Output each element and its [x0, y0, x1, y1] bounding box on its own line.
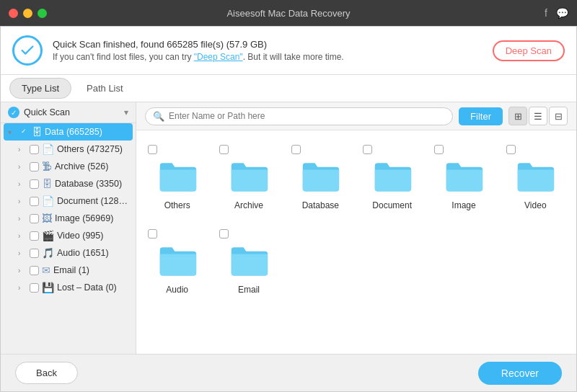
audio-icon: 🎵 — [42, 247, 54, 259]
scan-info-left: Quick Scan finished, found 665285 file(s… — [12, 35, 344, 66]
sidebar-item-document[interactable]: › 📄 Document (128518) — [1, 192, 136, 210]
folder-icon-archive — [229, 159, 269, 196]
file-row — [363, 145, 421, 154]
lost-icon: 💾 — [42, 282, 54, 293]
expand-arrow-image-icon: › — [18, 215, 27, 223]
sidebar-item-email-label: Email (1) — [53, 265, 128, 275]
maximize-button[interactable] — [38, 9, 47, 18]
sidebar-item-lost-label: Lost – Data (0) — [57, 282, 128, 293]
search-input[interactable] — [169, 111, 445, 121]
folder-icon-others — [157, 159, 198, 196]
list-item[interactable]: Document — [360, 139, 424, 216]
traffic-lights — [9, 9, 47, 18]
body-area: ✓ Quick Scan ▾ ▾ 🗄 Data (665285) › 📄 Oth… — [1, 102, 576, 354]
filter-button[interactable]: Filter — [459, 107, 503, 125]
file-checkbox-archive[interactable] — [219, 145, 229, 154]
sidebar-item-audio[interactable]: › 🎵 Audio (1651) — [1, 244, 136, 262]
item-checkbox-others[interactable] — [30, 145, 39, 154]
folder-icon-database — [300, 159, 340, 196]
list-item[interactable]: Video — [503, 139, 568, 216]
file-name-database: Database — [291, 200, 350, 210]
list-item[interactable]: Audio — [145, 223, 209, 300]
file-checkbox-image[interactable] — [434, 145, 444, 154]
file-row — [291, 145, 350, 154]
title-bar-icons: f 💬 — [545, 7, 568, 19]
sidebar-item-document-label: Document (128518) — [57, 196, 128, 206]
file-name-others: Others — [148, 200, 206, 210]
list-view-button[interactable]: ☰ — [529, 107, 547, 125]
list-item[interactable]: Email — [216, 223, 281, 300]
item-checkbox-document[interactable] — [30, 197, 39, 206]
sidebar-item-database-label: Database (3350) — [55, 179, 128, 189]
list-item[interactable]: Others — [145, 139, 209, 216]
tab-type-list[interactable]: Type List — [9, 78, 71, 99]
recover-button[interactable]: Recover — [478, 362, 562, 385]
quick-scan-check-icon: ✓ — [8, 107, 19, 118]
item-checkbox-email[interactable] — [30, 266, 39, 275]
item-checkbox-lost[interactable] — [30, 283, 39, 293]
list-item[interactable]: Image — [431, 139, 495, 216]
file-name-video: Video — [506, 200, 565, 210]
file-checkbox-others[interactable] — [148, 145, 157, 154]
quick-scan-row[interactable]: ✓ Quick Scan ▾ — [1, 102, 136, 123]
app-title: Aiseesoft Mac Data Recovery — [226, 8, 350, 19]
deep-scan-button[interactable]: Deep Scan — [493, 40, 565, 61]
item-checkbox-database[interactable] — [30, 179, 39, 189]
item-checkbox-video[interactable] — [30, 231, 39, 241]
sidebar-item-archive-label: Archive (526) — [55, 161, 128, 172]
expand-arrow-video-icon: › — [18, 232, 27, 240]
file-checkbox-database[interactable] — [291, 145, 301, 154]
file-row — [219, 145, 278, 154]
sidebar-item-data[interactable]: ▾ 🗄 Data (665285) — [4, 123, 133, 141]
item-checkbox-archive[interactable] — [30, 162, 39, 172]
sidebar-item-lost[interactable]: › 💾 Lost – Data (0) — [1, 279, 136, 296]
sidebar-item-database[interactable]: › 🗄 Database (3350) — [1, 175, 136, 192]
file-grid-container: Others Archive — [136, 130, 576, 354]
title-bar: Aiseesoft Mac Data Recovery f 💬 — [0, 0, 577, 26]
file-name-archive: Archive — [219, 200, 278, 210]
data-folder-icon: 🗄 — [32, 126, 42, 138]
grid-view-button[interactable]: ⊞ — [508, 107, 527, 125]
chat-icon[interactable]: 💬 — [556, 7, 568, 19]
tab-path-list[interactable]: Path List — [74, 78, 136, 99]
sidebar-item-video[interactable]: › 🎬 Video (995) — [1, 227, 136, 244]
list-item[interactable]: Database — [288, 139, 353, 216]
search-filter-bar: 🔍 Filter ⊞ ☰ ⊟ — [136, 102, 576, 130]
sidebar: ✓ Quick Scan ▾ ▾ 🗄 Data (665285) › 📄 Oth… — [1, 102, 136, 354]
item-checkbox-data[interactable] — [19, 128, 29, 137]
list-item[interactable]: Archive — [216, 139, 281, 216]
sidebar-item-others[interactable]: › 📄 Others (473275) — [1, 141, 136, 158]
scan-main-text: Quick Scan finished, found 665285 file(s… — [53, 39, 344, 50]
minimize-button[interactable] — [23, 9, 32, 18]
item-checkbox-image[interactable] — [30, 214, 39, 223]
file-checkbox-audio[interactable] — [148, 229, 157, 239]
back-button[interactable]: Back — [15, 362, 78, 384]
sidebar-item-data-label: Data (665285) — [45, 127, 128, 137]
sidebar-item-audio-label: Audio (1651) — [57, 248, 128, 258]
search-box: 🔍 — [145, 107, 453, 125]
file-checkbox-video[interactable] — [506, 145, 516, 154]
expand-arrow-email-icon: › — [18, 267, 27, 275]
folder-icon-video — [515, 159, 555, 196]
image-icon: 🖼 — [42, 213, 52, 224]
scan-info-bar: Quick Scan finished, found 665285 file(s… — [1, 27, 576, 75]
folder-icon-document — [372, 159, 413, 196]
file-checkbox-email[interactable] — [219, 229, 229, 239]
item-checkbox-audio[interactable] — [30, 249, 39, 258]
deep-scan-link[interactable]: "Deep Scan" — [194, 52, 243, 62]
sidebar-item-image-label: Image (56969) — [55, 213, 128, 223]
file-checkbox-document[interactable] — [363, 145, 372, 154]
sidebar-item-archive[interactable]: › 🗜 Archive (526) — [1, 158, 136, 175]
facebook-icon[interactable]: f — [545, 7, 547, 19]
file-name-image: Image — [434, 200, 493, 210]
close-button[interactable] — [9, 9, 18, 18]
sidebar-item-others-label: Others (473275) — [57, 144, 128, 154]
columns-view-button[interactable]: ⊟ — [549, 107, 568, 125]
sidebar-item-image[interactable]: › 🖼 Image (56969) — [1, 210, 136, 227]
folder-icon-image — [444, 159, 484, 196]
sidebar-item-email[interactable]: › ✉ Email (1) — [1, 262, 136, 279]
expand-arrow-icon: ▾ — [8, 128, 17, 136]
file-name-document: Document — [363, 200, 421, 210]
document-icon: 📄 — [42, 195, 54, 207]
main-content: Quick Scan finished, found 665285 file(s… — [0, 26, 577, 392]
